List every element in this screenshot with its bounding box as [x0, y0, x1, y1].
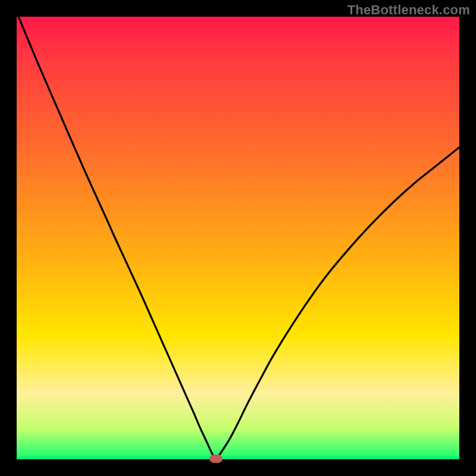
bottleneck-curve: [17, 17, 459, 459]
minimum-marker: [209, 455, 223, 463]
chart-frame: TheBottleneck.com: [0, 0, 476, 476]
plot-area: [17, 17, 459, 459]
watermark-text: TheBottleneck.com: [347, 2, 470, 18]
